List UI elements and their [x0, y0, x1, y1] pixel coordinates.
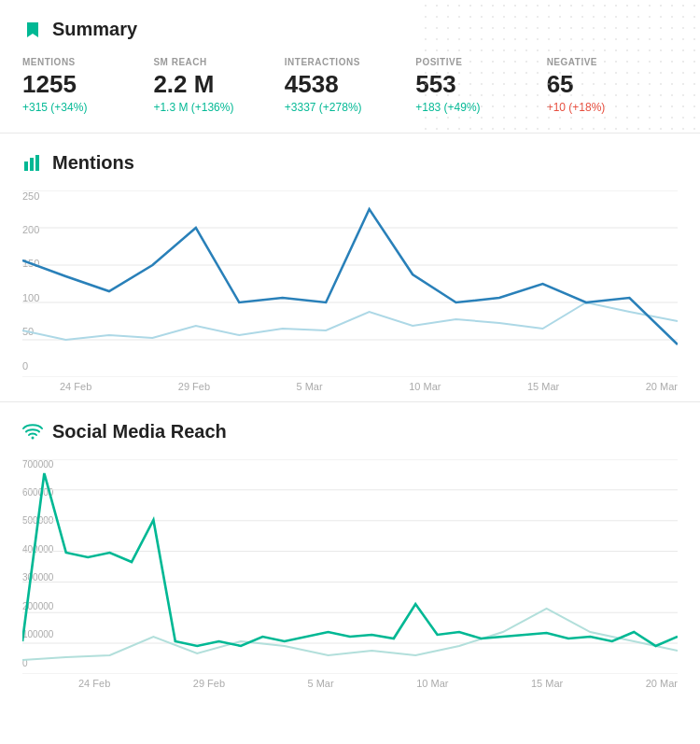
reach-title: Social Media Reach: [22, 421, 678, 442]
svg-point-9: [32, 437, 35, 440]
stat-item: NEGATIVE 65 +10 (+18%): [547, 57, 678, 114]
stat-item: POSITIVE 553 +183 (+49%): [415, 57, 546, 114]
mentions-section: Mentions 250 200 150 100 50 0: [0, 133, 700, 402]
reach-chart-svg: [22, 459, 678, 674]
reach-section: Social Media Reach 700000 600000 500000 …: [0, 402, 700, 698]
wifi-icon: [22, 421, 43, 442]
stat-label: NEGATIVE: [547, 57, 678, 67]
stat-item: INTERACTIONS 4538 +3337 (+278%): [285, 57, 415, 114]
mentions-chart-svg: [22, 190, 678, 377]
reach-chart-wrapper: 700000 600000 500000 400000 300000 20000…: [22, 459, 678, 689]
bookmark-icon: [22, 20, 43, 40]
stat-label: INTERACTIONS: [285, 57, 415, 67]
stat-change: +1.3 M (+136%): [153, 101, 284, 114]
mentions-x-axis: 24 Feb 29 Feb 5 Mar 10 Mar 15 Mar 20 Mar: [22, 381, 678, 392]
stat-change: +183 (+49%): [415, 101, 546, 114]
mentions-title: Mentions: [22, 152, 678, 174]
stat-label: POSITIVE: [415, 57, 546, 67]
stat-item: SM REACH 2.2 M +1.3 M (+136%): [153, 57, 284, 114]
stat-label: SM REACH: [153, 57, 284, 67]
stat-value: 1255: [22, 71, 153, 98]
summary-stats-row: MENTIONS 1255 +315 (+34%) SM REACH 2.2 M…: [22, 57, 678, 114]
stat-change: +315 (+34%): [22, 101, 153, 114]
stat-change: +3337 (+278%): [285, 101, 415, 114]
stat-value: 553: [415, 71, 546, 98]
reach-x-axis: 24 Feb 29 Feb 5 Mar 10 Mar 15 Mar 20 Mar: [22, 678, 678, 689]
stat-label: MENTIONS: [22, 57, 153, 67]
mentions-chart-wrapper: 250 200 150 100 50 0: [22, 190, 678, 392]
svg-rect-1: [30, 158, 34, 171]
stat-value: 65: [547, 71, 678, 98]
stat-value: 4538: [285, 71, 415, 98]
svg-rect-0: [24, 161, 28, 171]
summary-title: Summary: [22, 19, 678, 40]
stat-value: 2.2 M: [153, 71, 284, 98]
summary-section: Summary MENTIONS 1255 +315 (+34%) SM REA…: [0, 0, 700, 133]
stat-item: MENTIONS 1255 +315 (+34%): [22, 57, 153, 114]
bar-chart-icon: [22, 152, 43, 173]
stat-change: +10 (+18%): [547, 101, 678, 114]
svg-rect-2: [35, 155, 39, 171]
